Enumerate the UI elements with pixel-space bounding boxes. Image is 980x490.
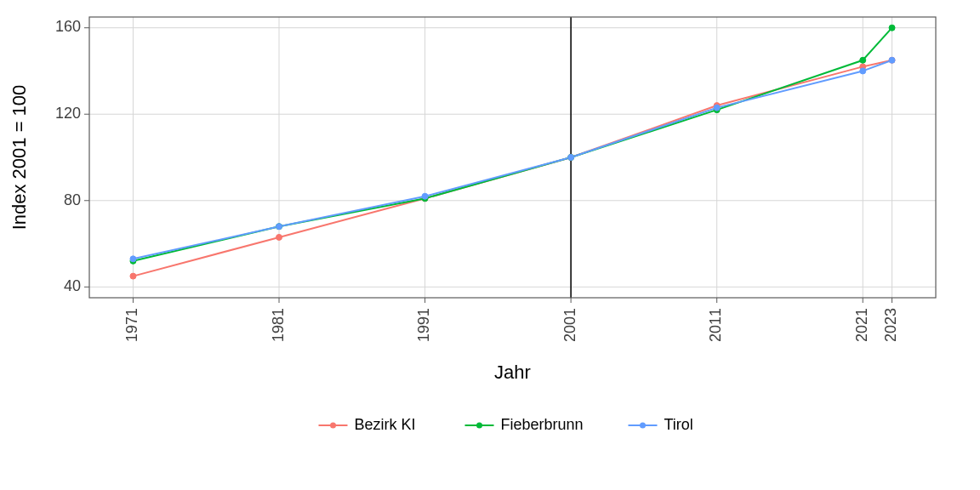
tick-label-x: 2023	[882, 308, 899, 342]
legend-point	[330, 423, 336, 429]
series-point	[889, 57, 895, 63]
series-point	[276, 224, 282, 230]
legend-item: Bezirk KI	[319, 416, 416, 433]
legend-label: Fieberbrunn	[501, 416, 584, 433]
series-point	[130, 256, 136, 262]
series-point	[130, 273, 136, 279]
tick-label-x: 1971	[123, 308, 140, 342]
line-chart: 40801201601971198119912001201120212023In…	[0, 0, 980, 490]
series-point	[714, 105, 720, 111]
legend-item: Tirol	[629, 416, 693, 433]
tick-label-x: 2021	[853, 308, 870, 342]
legend-point	[640, 423, 646, 429]
series-point	[889, 25, 895, 31]
tick-label-y: 160	[55, 18, 81, 35]
tick-label-y: 120	[55, 105, 81, 122]
series-point	[422, 193, 428, 199]
series-point	[276, 234, 282, 240]
series-point	[860, 57, 866, 63]
x-axis-title: Jahr	[494, 362, 531, 383]
tick-label-y: 80	[64, 191, 81, 208]
series-point	[568, 155, 574, 161]
legend-item: Fieberbrunn	[465, 416, 584, 433]
legend-point	[476, 423, 482, 429]
chart-container: 40801201601971198119912001201120212023In…	[0, 0, 980, 490]
legend-label: Tirol	[664, 416, 693, 433]
tick-label-x: 2011	[707, 308, 724, 342]
tick-label-y: 40	[64, 277, 81, 294]
legend-label: Bezirk KI	[355, 416, 416, 433]
tick-label-x: 1981	[270, 308, 287, 342]
tick-label-x: 2001	[561, 308, 578, 342]
series-point	[860, 68, 866, 74]
plot-panel	[89, 17, 936, 298]
tick-label-x: 1991	[415, 308, 432, 342]
y-axis-title: Index 2001 = 100	[9, 85, 30, 231]
